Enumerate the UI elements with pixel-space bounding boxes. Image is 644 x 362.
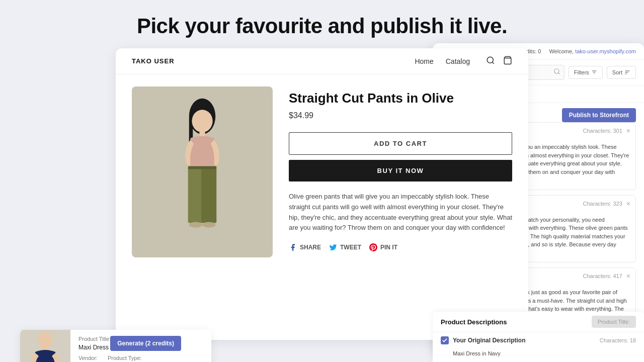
second-product-card: Product Title: Maxi Dress in Navy Vendor… — [20, 330, 211, 362]
svg-point-12 — [202, 222, 215, 227]
creative-1-close[interactable]: × — [626, 272, 630, 280]
svg-point-11 — [189, 222, 202, 227]
product-type-label: Product Type: — [108, 355, 142, 361]
svg-rect-9 — [201, 166, 216, 223]
publish-storefront-btn[interactable]: Publish to Storefront — [562, 108, 636, 122]
pinterest-share-btn[interactable]: PIN IT — [369, 243, 397, 251]
publish-disabled-btn: Product Title: — [592, 316, 636, 328]
product-area: Straight Cut Pants in Olive $34.99 ADD T… — [116, 74, 528, 269]
generate-btn[interactable]: Generate (2 credits) — [110, 336, 181, 351]
nav-catalog[interactable]: Catalog — [446, 57, 470, 65]
product-description: Olive green pants that will give you an … — [289, 192, 512, 233]
store-header: TAKO USER Home Catalog — [116, 48, 528, 74]
facebook-share-btn[interactable]: SHARE — [289, 243, 321, 251]
search-icon — [553, 68, 560, 77]
sort-button[interactable]: Sort — [607, 66, 636, 79]
store-nav: Home Catalog — [415, 57, 470, 65]
social-share: SHARE TWEET PIN IT — [289, 243, 512, 251]
original-desc-label: Your Original Description — [453, 337, 596, 344]
buy-now-button[interactable]: BUY IT NOW — [289, 160, 512, 182]
nav-home[interactable]: Home — [415, 57, 433, 65]
creative-2-close[interactable]: × — [626, 200, 630, 208]
product-details: Straight Cut Pants in Olive $34.99 ADD T… — [289, 86, 512, 257]
original-text: Maxi Dress in Navy — [453, 350, 636, 356]
vendor-label: Vendor: — [78, 355, 98, 361]
creative-2-chars: Characters: 323 — [583, 201, 622, 207]
svg-point-13 — [554, 69, 559, 73]
add-to-cart-button[interactable]: ADD TO CART — [289, 132, 512, 155]
twitter-share-btn[interactable]: TWEET — [329, 243, 361, 251]
welcome-text: Welcome, tako-user.myshopify.com — [549, 48, 636, 54]
original-chars: Characters: 18 — [600, 337, 636, 343]
store-header-icons — [486, 56, 512, 67]
product-title: Straight Cut Pants in Olive — [289, 90, 512, 106]
second-product-image — [20, 330, 70, 362]
svg-point-0 — [487, 57, 493, 63]
second-product-descriptions-panel: Product Descriptions Product Title: Your… — [433, 312, 644, 362]
creative-3-chars: Characters: 301 — [583, 128, 622, 134]
search-icon[interactable] — [486, 56, 495, 67]
store-logo: TAKO USER — [132, 57, 175, 65]
svg-point-21 — [38, 332, 52, 348]
product-page-card: TAKO USER Home Catalog — [116, 48, 528, 340]
cart-icon[interactable] — [503, 56, 512, 67]
product-price: $34.99 — [289, 111, 512, 120]
store-link[interactable]: tako-user.myshopify.com — [575, 48, 636, 54]
second-section-title: Product Descriptions — [441, 318, 507, 326]
product-image — [132, 86, 273, 257]
page-heading: Pick your favourite and publish it live. — [0, 0, 644, 48]
filter-button[interactable]: Filters — [569, 66, 603, 79]
svg-rect-10 — [188, 166, 216, 169]
creative-3-close[interactable]: × — [626, 127, 630, 135]
product-image-wrap — [132, 86, 273, 257]
svg-point-5 — [192, 110, 212, 132]
creative-1-chars: Characters: 417 — [583, 273, 622, 279]
svg-rect-8 — [188, 166, 203, 223]
